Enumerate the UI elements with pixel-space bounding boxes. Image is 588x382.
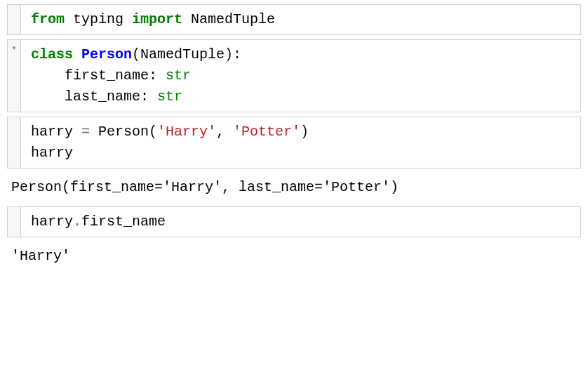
cell-gutter: ▾ <box>8 40 21 112</box>
code-content[interactable]: class Person(NamedTuple): first_name: st… <box>21 40 580 112</box>
code-token: harry <box>31 145 73 161</box>
code-cell[interactable]: harry = Person('Harry', 'Potter') harry <box>7 117 581 169</box>
code-token: Person( <box>98 124 157 140</box>
code-token: str <box>157 88 182 105</box>
collapse-toggle-icon[interactable]: ▾ <box>11 44 16 53</box>
cell-gutter <box>8 117 21 168</box>
code-token: first_name: <box>31 67 166 84</box>
code-content[interactable]: harry.first_name <box>21 207 580 237</box>
code-token: harry <box>31 213 73 230</box>
code-token: NamedTuple <box>191 11 275 27</box>
code-cell[interactable]: ▾class Person(NamedTuple): first_name: s… <box>7 39 581 112</box>
code-token: str <box>166 67 191 84</box>
code-content[interactable]: from typing import NamedTuple <box>21 5 580 34</box>
code-token: class <box>31 46 81 62</box>
code-token: , <box>216 124 233 140</box>
code-token: 'Harry' <box>157 124 216 140</box>
code-token: first_name <box>81 213 166 230</box>
notebook: from typing import NamedTuple▾class Pers… <box>0 4 588 271</box>
code-token: = <box>81 124 98 140</box>
cell-output: Person(first_name='Harry', last_name='Po… <box>0 173 588 202</box>
code-content[interactable]: harry = Person('Harry', 'Potter') harry <box>21 117 580 168</box>
cell-gutter <box>8 207 21 237</box>
code-token: harry <box>31 124 81 140</box>
code-cell[interactable]: from typing import NamedTuple <box>7 4 581 35</box>
cell-output: 'Harry' <box>0 242 588 271</box>
code-token: . <box>73 213 81 230</box>
code-token: ) <box>300 124 309 140</box>
code-token: (NamedTuple): <box>132 46 241 62</box>
code-token: 'Potter' <box>233 124 300 140</box>
code-token: last_name: <box>31 88 157 105</box>
code-token: import <box>132 11 191 27</box>
code-token: Person <box>81 46 132 62</box>
code-cell[interactable]: harry.first_name <box>7 206 581 237</box>
code-token: from <box>31 11 73 27</box>
code-token: typing <box>73 11 132 27</box>
cell-gutter <box>8 5 21 34</box>
